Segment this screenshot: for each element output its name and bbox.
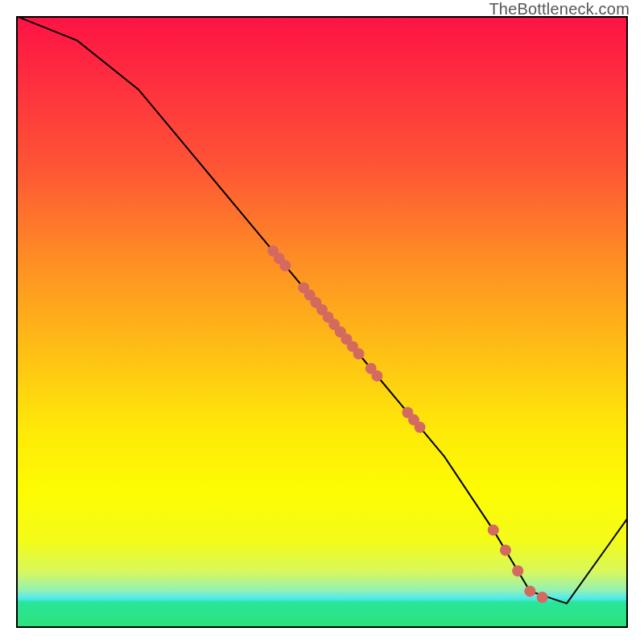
data-points [267,246,547,603]
data-point [279,260,291,271]
data-point [524,585,535,597]
bottleneck-chart: TheBottleneck.com [0,0,644,644]
watermark-text: TheBottleneck.com [489,0,630,19]
data-point [415,422,426,433]
data-point [353,349,365,360]
chart-overlay [16,16,628,628]
data-point [537,592,548,603]
data-point [512,565,523,576]
data-point [371,370,382,382]
data-point [488,524,499,535]
data-point [500,545,511,556]
